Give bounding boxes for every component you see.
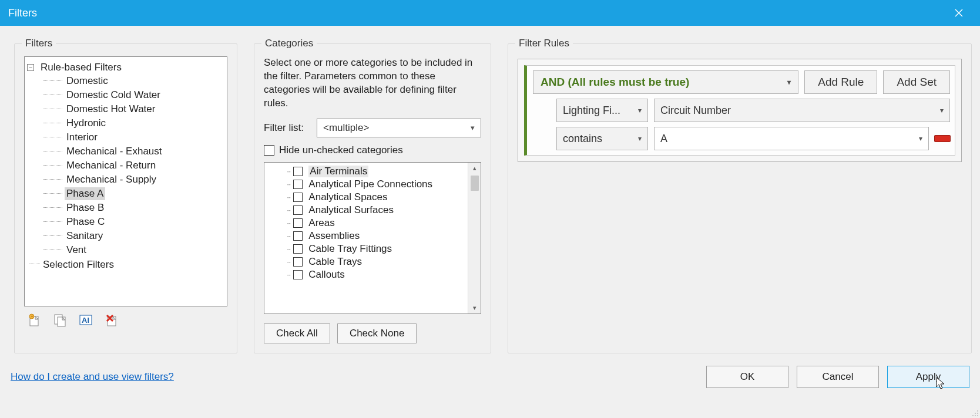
category-item[interactable]: ····Air Terminals	[264, 165, 468, 178]
ok-button[interactable]: OK	[706, 366, 788, 388]
filter-list-dropdown[interactable]: <multiple> ▾	[317, 119, 481, 137]
svg-point-17	[975, 413, 976, 414]
filter-item-label: Hydronic	[65, 117, 108, 130]
delete-icon[interactable]	[104, 312, 119, 328]
filter-list-value: <multiple>	[323, 122, 369, 134]
svg-point-20	[975, 415, 976, 416]
help-link[interactable]: How do I create and use view filters?	[11, 371, 174, 383]
close-button[interactable]	[946, 0, 972, 26]
filter-tree-item[interactable]: Domestic Cold Water	[43, 88, 224, 102]
filter-tree-item[interactable]: Phase B	[43, 201, 224, 215]
svg-point-19	[972, 415, 974, 416]
filter-tree-item[interactable]: Domestic Hot Water	[43, 102, 224, 116]
filter-item-label: Domestic Hot Water	[65, 103, 157, 116]
check-all-button[interactable]: Check All	[264, 323, 330, 343]
filter-tree-item[interactable]: Domestic	[43, 74, 224, 88]
hide-unchecked-label: Hide un-checked categories	[279, 144, 403, 156]
tree-connector: ····	[287, 193, 290, 201]
category-item[interactable]: ····Areas	[264, 217, 468, 230]
rule-operator-value: contains	[563, 133, 602, 145]
cancel-button[interactable]: Cancel	[797, 366, 879, 388]
category-checkbox[interactable]	[293, 218, 303, 228]
filter-tree-item[interactable]: Mechanical - Return	[43, 159, 224, 173]
filter-item-label: Phase A	[65, 187, 105, 200]
rule-category-dropdown[interactable]: Lighting Fi... ▾	[556, 99, 648, 122]
categories-legend: Categories	[261, 38, 317, 49]
check-none-button[interactable]: Check None	[337, 323, 417, 343]
filter-item-label: Domestic	[65, 75, 110, 87]
apply-button[interactable]: Apply	[887, 366, 969, 388]
filter-tree-item[interactable]: Sanitary	[43, 229, 224, 243]
filter-tree-item[interactable]: Mechanical - Supply	[43, 173, 224, 187]
tree-connector: ····	[287, 206, 290, 214]
scroll-up-icon[interactable]: ▴	[468, 163, 481, 174]
filter-rules-legend: Filter Rules	[515, 38, 573, 49]
chevron-down-icon: ▾	[638, 134, 642, 143]
filter-tree-item[interactable]: Interior	[43, 130, 224, 144]
category-checkbox[interactable]	[293, 270, 303, 279]
group-operator-dropdown[interactable]: AND (All rules must be true) ▾	[533, 70, 798, 94]
new-filter-icon[interactable]: ✶	[26, 312, 42, 328]
category-item[interactable]: ····Callouts	[264, 268, 468, 281]
tree-connector: ····	[287, 271, 290, 279]
add-rule-button[interactable]: Add Rule	[804, 70, 877, 94]
category-checkbox[interactable]	[293, 244, 303, 254]
category-checkbox[interactable]	[293, 167, 303, 176]
filter-item-label: Domestic Cold Water	[65, 89, 162, 102]
filter-item-label: Mechanical - Return	[65, 159, 157, 172]
collapse-icon[interactable]: −	[27, 64, 34, 71]
selection-filters-node[interactable]: Selection Filters	[41, 258, 116, 271]
category-checkbox[interactable]	[293, 231, 303, 241]
rule-based-filters-node[interactable]: Rule-based Filters	[39, 61, 123, 74]
title-bar: Filters	[0, 0, 980, 26]
category-checkbox[interactable]	[293, 193, 303, 202]
resize-grip-icon[interactable]	[971, 409, 979, 417]
svg-text:AI: AI	[82, 316, 89, 325]
rule-value-input[interactable]: A ▾	[654, 127, 929, 150]
categories-list[interactable]: ····Air Terminals····Analytical Pipe Con…	[264, 162, 481, 314]
filter-tree-item[interactable]: Phase C	[43, 215, 224, 229]
rule-parameter-value: Circuit Number	[660, 105, 731, 117]
category-label: Cable Tray Fittings	[308, 243, 392, 255]
category-label: Cable Trays	[308, 256, 362, 268]
rule-parameter-dropdown[interactable]: Circuit Number ▾	[654, 99, 950, 122]
category-item[interactable]: ····Cable Tray Fittings	[264, 242, 468, 255]
chevron-down-icon: ▾	[638, 106, 642, 114]
tree-connector: ····	[287, 232, 290, 240]
rule-operator-dropdown[interactable]: contains ▾	[556, 127, 648, 150]
dialog-footer: How do I create and use view filters? OK…	[0, 353, 980, 395]
chevron-down-icon: ▾	[471, 123, 475, 132]
filters-toolbar: ✶ AI	[24, 306, 227, 328]
svg-point-16	[977, 410, 978, 412]
filter-tree-item[interactable]: Hydronic	[43, 116, 224, 130]
category-item[interactable]: ····Cable Trays	[264, 255, 468, 268]
filter-item-label: Phase B	[65, 201, 106, 214]
scroll-thumb[interactable]	[471, 176, 479, 191]
remove-rule-icon[interactable]	[935, 136, 950, 141]
rule-group-and: AND (All rules must be true) ▾ Add Rule …	[524, 65, 955, 156]
rename-icon[interactable]: AI	[78, 312, 93, 328]
category-label: Areas	[308, 217, 334, 229]
category-label: Analytical Pipe Connections	[308, 178, 432, 190]
filter-tree-item[interactable]: Vent	[43, 243, 224, 257]
filter-tree-item[interactable]: Phase A	[43, 187, 224, 201]
scroll-down-icon[interactable]: ▾	[468, 302, 481, 314]
chevron-down-icon: ▾	[940, 106, 944, 114]
filters-tree[interactable]: − Rule-based Filters DomesticDomestic Co…	[24, 56, 227, 306]
category-checkbox[interactable]	[293, 257, 303, 267]
tree-connector: ····	[287, 180, 290, 188]
category-item[interactable]: ····Analytical Pipe Connections	[264, 178, 468, 191]
category-checkbox[interactable]	[293, 205, 303, 215]
category-checkbox[interactable]	[293, 180, 303, 189]
duplicate-icon[interactable]	[52, 312, 68, 328]
filter-item-label: Vent	[65, 244, 88, 257]
categories-scrollbar[interactable]: ▴ ▾	[468, 163, 481, 314]
add-set-button[interactable]: Add Set	[883, 70, 950, 94]
category-item[interactable]: ····Assemblies	[264, 230, 468, 242]
category-label: Assemblies	[308, 230, 360, 242]
category-item[interactable]: ····Analytical Surfaces	[264, 204, 468, 217]
category-label: Callouts	[308, 269, 344, 281]
hide-unchecked-checkbox[interactable]	[264, 145, 274, 156]
category-item[interactable]: ····Analytical Spaces	[264, 191, 468, 204]
filter-tree-item[interactable]: Mechanical - Exhaust	[43, 144, 224, 159]
